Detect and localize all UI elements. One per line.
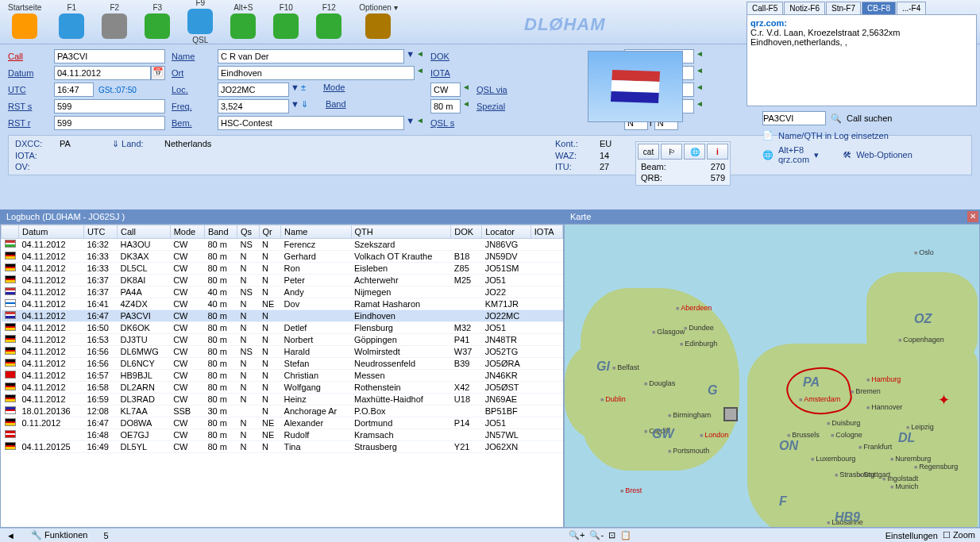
toolbar-globe-icon[interactable]: F3 [145, 3, 170, 40]
band-input[interactable] [430, 99, 461, 113]
scroll-left-icon[interactable]: ◄ [6, 531, 15, 540]
toolbar-qsl-icon[interactable]: F9QSL [187, 0, 213, 46]
call-input[interactable] [54, 49, 165, 63]
toolbar-tools-icon[interactable]: Optionen ▾ [359, 3, 397, 40]
tab-notiz-f6[interactable]: Notiz-F6 [784, 2, 825, 14]
table-row[interactable]: 04.11.201216:37DK8AICW80 mNNPeterAchterw… [2, 275, 563, 286]
flag-icon [5, 335, 16, 343]
zoom-fit-icon[interactable]: ⊡ [608, 530, 615, 540]
name-input[interactable] [218, 49, 404, 63]
toolbar-help-icon[interactable]: F1 [59, 3, 84, 40]
freq-input[interactable] [218, 99, 289, 113]
search-icon[interactable]: 🔍 [831, 113, 842, 124]
table-row[interactable]: 04.11.201216:57HB9BJLCW80 mNNChristianMe… [2, 370, 563, 382]
map-settings-link[interactable]: Einstellungen [885, 531, 938, 540]
utc-input[interactable] [54, 83, 94, 97]
dropdown-icon[interactable]: ▾ [814, 150, 819, 160]
land-down-icon[interactable]: ⇓ [112, 139, 119, 148]
close-icon[interactable]: ✕ [967, 211, 978, 222]
toolbar-refresh-icon[interactable]: F12 [316, 3, 341, 40]
loc-down-icon[interactable]: ± [301, 83, 306, 97]
toolbar-clock-icon[interactable]: F2 [102, 3, 127, 40]
city-label: Ingolstadt [882, 475, 918, 482]
zoom-checkbox[interactable]: ☐ Zoom [943, 530, 975, 540]
flag-button[interactable]: 🏳 [661, 144, 682, 160]
freq-dd-icon[interactable]: ▼ [291, 99, 299, 113]
table-row[interactable]: 16:48OE7GJCW80 mNNERudolfKramsachJN57WL [2, 429, 563, 441]
freq-down-icon[interactable]: ⇓ [301, 99, 308, 113]
table-row[interactable]: 18.01.2013612:08KL7AASSB30 mNAnchorage A… [2, 406, 563, 417]
col-header[interactable]: Call [117, 225, 170, 239]
bem-input[interactable] [218, 116, 404, 130]
spezial-prev-icon[interactable]: ◄ [696, 99, 704, 113]
tab-stn-f7[interactable]: Stn-F7 [826, 2, 861, 14]
col-header[interactable]: Band [204, 225, 237, 239]
table-row[interactable]: 04.11.201216:33DK3AXCW80 mNNGerhardVolka… [2, 251, 563, 263]
logbook-grid[interactable]: DatumUTCCallModeBandQsQrNameQTHDOKLocato… [0, 224, 564, 528]
table-row[interactable]: 04.11.2012516:49DL5YLCW80 mNNTinaStrausb… [2, 441, 563, 453]
qsls-label: QSL s [430, 118, 470, 128]
info-button[interactable]: i [707, 144, 728, 160]
globe-button[interactable]: 🌐 [684, 144, 705, 160]
zoom-out-icon[interactable]: 🔍- [589, 530, 604, 540]
toolbar-chart-icon[interactable]: Alt+S [230, 3, 256, 40]
layers-icon[interactable]: 📋 [620, 530, 631, 540]
qslvia-prev-icon[interactable]: ◄ [696, 83, 704, 97]
qrz-link[interactable]: 🌐 Alt+F8qrz.com ▾ [762, 145, 819, 164]
col-header[interactable]: Locator [482, 225, 531, 239]
functions-link[interactable]: 🔧 Funktionen [31, 530, 88, 540]
col-header[interactable]: Qr [259, 225, 281, 239]
mode-input[interactable] [430, 83, 461, 97]
loc-dd-icon[interactable]: ▼ [291, 83, 299, 97]
mode-prev-icon[interactable]: ◄ [462, 83, 470, 97]
callbook-search-input[interactable] [762, 111, 826, 125]
table-row[interactable]: 04.11.201216:37PA4ACW40 mNSNAndyNijmegen… [2, 286, 563, 298]
table-row[interactable]: 0.11.201216:47DO8WACW80 mNNEAlexanderDor… [2, 417, 563, 429]
table-row[interactable]: 04.11.201216:32HA3OUCW80 mNSNFerenczSzek… [2, 239, 563, 251]
col-header[interactable]: Datum [19, 225, 84, 239]
ort-input[interactable] [218, 66, 415, 80]
table-row[interactable]: 04.11.201216:56DL6MWGCW80 mNSNHaraldWolm… [2, 346, 563, 358]
band-prev-icon[interactable]: ◄ [462, 99, 470, 113]
col-header[interactable] [2, 225, 19, 239]
col-header[interactable]: Name [281, 225, 351, 239]
bem-prev-icon[interactable]: ◄ [416, 116, 424, 130]
bem-dd-icon[interactable]: ▼ [406, 116, 415, 130]
dok-prev-icon[interactable]: ◄ [696, 49, 704, 63]
search-label[interactable]: Call suchen [847, 113, 892, 123]
table-row[interactable]: 04.11.201216:414Z4DXCW40 mNNEDovRamat Ha… [2, 298, 563, 310]
col-header[interactable]: IOTA [531, 225, 562, 239]
loc-input[interactable] [218, 83, 289, 97]
map-canvas[interactable]: ✦ OsloAberdeenGlasgowDundeeEdinburghBelf… [564, 224, 980, 528]
table-row[interactable]: 04.11.201216:50DK6OKCW80 mNNDetlefFlensb… [2, 322, 563, 334]
tab-...-f4[interactable]: ...-F4 [897, 2, 926, 14]
flag-icon [5, 430, 16, 438]
toolbar-save-icon[interactable]: F10 [273, 3, 299, 40]
table-row[interactable]: 04.11.201216:33DL5CLCW80 mNNRonEislebenZ… [2, 263, 563, 275]
col-header[interactable]: Mode [170, 225, 204, 239]
cat-button[interactable]: cat [638, 144, 659, 160]
col-header[interactable]: DOK [451, 225, 482, 239]
calendar-icon[interactable]: 📅 [151, 66, 165, 80]
insert-log-link[interactable]: 📄 Name/QTH in Log einsetzen [762, 130, 977, 140]
rsts-input[interactable] [54, 99, 165, 113]
iota-prev-icon[interactable]: ◄ [696, 66, 704, 80]
rstr-input[interactable] [54, 116, 165, 130]
table-row[interactable]: 04.11.201216:58DL2ARNCW80 mNNWolfgangRot… [2, 382, 563, 394]
datum-input[interactable] [54, 66, 151, 80]
table-row[interactable]: 04.11.201216:59DL3RADCW80 mNNHeinzMaxhüt… [2, 394, 563, 406]
table-row[interactable]: 04.11.201216:56DL6NCYCW80 mNNStefanNeudr… [2, 358, 563, 370]
zoom-in-icon[interactable]: 🔍+ [569, 530, 585, 540]
name-dropdown-icon[interactable]: ▼ [406, 49, 415, 63]
col-header[interactable]: Qs [237, 225, 259, 239]
name-prev-icon[interactable]: ◄ [416, 49, 424, 63]
col-header[interactable]: UTC [83, 225, 117, 239]
table-row[interactable]: 04.11.201216:47PA3CVICW80 mNNEindhovenJO… [2, 310, 563, 322]
tab-call-f5[interactable]: Call-F5 [747, 2, 783, 14]
table-row[interactable]: 04.11.201216:53DJ3TUCW80 mNNNorbertGöppi… [2, 334, 563, 346]
web-options-link[interactable]: 🛠 Web-Optionen [843, 145, 912, 164]
toolbar-home-icon[interactable]: Startseite [8, 3, 41, 40]
ort-prev-icon[interactable]: ◄ [416, 66, 424, 80]
tab-cb-f8[interactable]: CB-F8 [862, 2, 896, 14]
col-header[interactable]: QTH [351, 225, 451, 239]
